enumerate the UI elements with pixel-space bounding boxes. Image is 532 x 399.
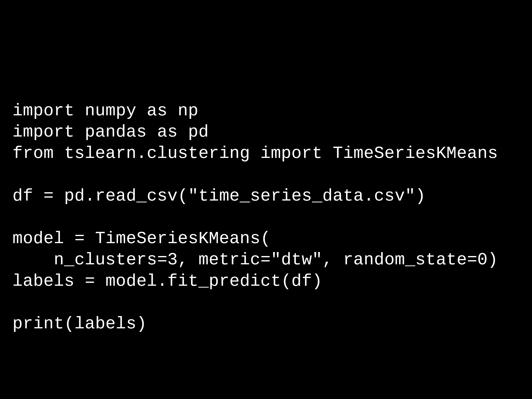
code-line: print(labels) [13, 314, 147, 334]
code-line: import numpy as np [13, 101, 198, 120]
code-line: model = TimeSeriesKMeans( [13, 229, 271, 248]
code-line: df = pd.read_csv("time_series_data.csv") [13, 186, 426, 206]
code-line: n_clusters=3, metric="dtw", random_state… [13, 250, 498, 270]
code-block: import numpy as np import pandas as pd f… [0, 0, 532, 335]
code-line: labels = model.fit_predict(df) [13, 272, 322, 291]
code-line: import pandas as pd [13, 122, 209, 142]
code-line: from tslearn.clustering import TimeSerie… [13, 144, 498, 163]
